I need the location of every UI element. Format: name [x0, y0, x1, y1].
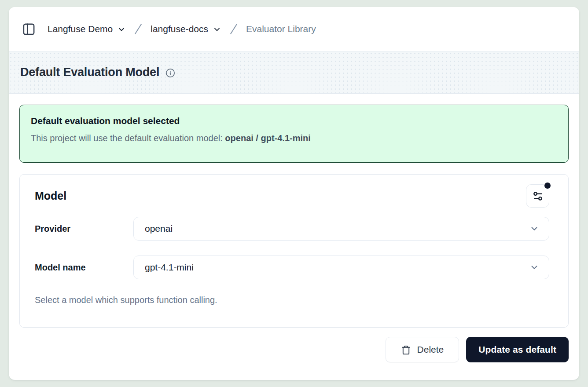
- update-as-default-button[interactable]: Update as default: [466, 337, 569, 362]
- slash-icon: [228, 22, 239, 36]
- trash-icon: [401, 345, 411, 355]
- alert-title: Default evaluation model selected: [31, 116, 557, 126]
- project-name: langfuse-docs: [151, 24, 208, 34]
- page-title: Default Evaluation Model: [20, 66, 159, 79]
- model-advanced-settings-button[interactable]: [526, 184, 549, 208]
- model-name-label: Model name: [35, 263, 133, 273]
- chevron-down-icon: [117, 25, 126, 34]
- info-icon[interactable]: [165, 68, 175, 78]
- sliders-icon: [532, 190, 544, 202]
- model-name-selected-value: gpt-4.1-mini: [145, 262, 194, 273]
- breadcrumb-project-selector[interactable]: langfuse-docs: [151, 24, 221, 34]
- breadcrumb: Langfuse Demo langfuse-docs Evaluator Li…: [48, 22, 316, 36]
- action-bar: Delete Update as default: [19, 337, 569, 362]
- model-name-row: Model name gpt-4.1-mini: [35, 256, 549, 279]
- panel-left-icon: [22, 22, 36, 36]
- model-card: Model Provider openai Model: [19, 174, 569, 328]
- page-header: Default Evaluation Model: [9, 51, 579, 94]
- model-name-select[interactable]: gpt-4.1-mini: [133, 256, 549, 279]
- org-name: Langfuse Demo: [48, 24, 113, 34]
- main-content: Default evaluation model selected This p…: [9, 94, 579, 362]
- delete-button-label: Delete: [417, 344, 444, 355]
- delete-button[interactable]: Delete: [386, 337, 459, 362]
- app-window: Langfuse Demo langfuse-docs Evaluator Li…: [9, 7, 579, 380]
- update-button-label: Update as default: [478, 344, 556, 355]
- default-model-alert: Default evaluation model selected This p…: [19, 105, 569, 163]
- notification-dot: [544, 182, 551, 190]
- provider-label: Provider: [35, 224, 133, 234]
- model-card-header: Model: [35, 184, 549, 208]
- alert-body-text: This project will use the default evalua…: [31, 133, 225, 143]
- chevron-down-icon: [529, 224, 539, 234]
- model-card-title: Model: [35, 190, 66, 202]
- breadcrumb-bar: Langfuse Demo langfuse-docs Evaluator Li…: [9, 7, 579, 51]
- slash-icon: [133, 22, 143, 36]
- sidebar-toggle-button[interactable]: [21, 22, 36, 37]
- chevron-down-icon: [529, 263, 539, 272]
- model-help-text: Select a model which supports function c…: [35, 295, 549, 305]
- alert-model-value: openai / gpt-4.1-mini: [225, 133, 310, 143]
- provider-select[interactable]: openai: [133, 217, 549, 241]
- breadcrumb-current-page: Evaluator Library: [246, 24, 316, 34]
- breadcrumb-org-selector[interactable]: Langfuse Demo: [48, 24, 126, 34]
- provider-selected-value: openai: [145, 223, 173, 234]
- chevron-down-icon: [213, 25, 221, 34]
- provider-row: Provider openai: [35, 217, 549, 241]
- alert-body: This project will use the default evalua…: [31, 133, 557, 143]
